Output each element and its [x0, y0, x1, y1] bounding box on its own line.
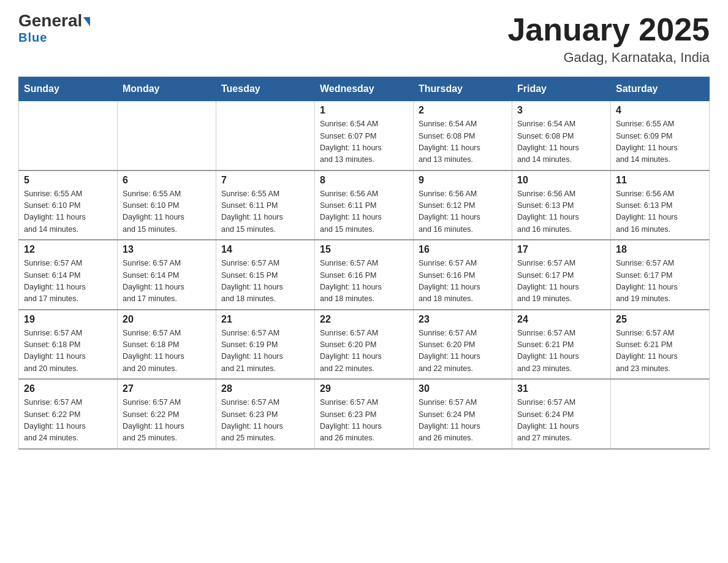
calendar-cell: 22Sunrise: 6:57 AMSunset: 6:20 PMDayligh…: [315, 310, 414, 380]
location: Gadag, Karnataka, India: [507, 50, 710, 66]
day-number: 30: [419, 383, 507, 394]
day-info: Sunrise: 6:57 AMSunset: 6:22 PMDaylight:…: [123, 397, 211, 445]
calendar-cell: 14Sunrise: 6:57 AMSunset: 6:15 PMDayligh…: [216, 240, 315, 310]
day-number: 12: [24, 244, 112, 255]
calendar-header-saturday: Saturday: [611, 77, 710, 101]
calendar-cell: 10Sunrise: 6:56 AMSunset: 6:13 PMDayligh…: [512, 170, 611, 240]
day-info: Sunrise: 6:57 AMSunset: 6:19 PMDaylight:…: [221, 327, 309, 375]
day-info: Sunrise: 6:57 AMSunset: 6:21 PMDaylight:…: [517, 327, 605, 375]
calendar-cell: 15Sunrise: 6:57 AMSunset: 6:16 PMDayligh…: [315, 240, 414, 310]
day-number: 9: [419, 175, 507, 186]
day-info: Sunrise: 6:55 AMSunset: 6:10 PMDaylight:…: [123, 188, 211, 236]
day-number: 29: [320, 383, 408, 394]
day-number: 24: [517, 314, 605, 325]
calendar-table: SundayMondayTuesdayWednesdayThursdayFrid…: [18, 77, 710, 450]
calendar-cell: [19, 101, 118, 170]
day-number: 27: [123, 383, 211, 394]
day-info: Sunrise: 6:57 AMSunset: 6:18 PMDaylight:…: [24, 327, 112, 375]
calendar-cell: 8Sunrise: 6:56 AMSunset: 6:11 PMDaylight…: [315, 170, 414, 240]
calendar-cell: 11Sunrise: 6:56 AMSunset: 6:13 PMDayligh…: [611, 170, 710, 240]
day-number: 5: [24, 175, 112, 186]
day-number: 20: [123, 314, 211, 325]
calendar-header-monday: Monday: [118, 77, 216, 101]
day-info: Sunrise: 6:57 AMSunset: 6:24 PMDaylight:…: [419, 397, 507, 445]
day-info: Sunrise: 6:55 AMSunset: 6:09 PMDaylight:…: [616, 118, 704, 166]
day-info: Sunrise: 6:56 AMSunset: 6:12 PMDaylight:…: [419, 188, 507, 236]
day-number: 31: [517, 383, 605, 394]
day-info: Sunrise: 6:57 AMSunset: 6:23 PMDaylight:…: [320, 397, 408, 445]
day-number: 4: [616, 105, 704, 116]
day-info: Sunrise: 6:57 AMSunset: 6:14 PMDaylight:…: [123, 258, 211, 305]
day-number: 18: [616, 244, 704, 255]
day-number: 8: [320, 175, 408, 186]
calendar-cell: 19Sunrise: 6:57 AMSunset: 6:18 PMDayligh…: [19, 310, 118, 380]
calendar-header-thursday: Thursday: [414, 77, 512, 101]
day-number: 26: [24, 383, 112, 394]
calendar-header-tuesday: Tuesday: [216, 77, 315, 101]
day-number: 16: [419, 244, 507, 255]
day-info: Sunrise: 6:54 AMSunset: 6:08 PMDaylight:…: [419, 118, 507, 166]
day-number: 15: [320, 244, 408, 255]
day-info: Sunrise: 6:57 AMSunset: 6:16 PMDaylight:…: [320, 258, 408, 305]
day-number: 19: [24, 314, 112, 325]
day-number: 11: [616, 175, 704, 186]
calendar-cell: 17Sunrise: 6:57 AMSunset: 6:17 PMDayligh…: [512, 240, 611, 310]
day-number: 10: [517, 175, 605, 186]
day-info: Sunrise: 6:56 AMSunset: 6:13 PMDaylight:…: [517, 188, 605, 236]
day-info: Sunrise: 6:55 AMSunset: 6:10 PMDaylight:…: [24, 188, 112, 236]
day-info: Sunrise: 6:54 AMSunset: 6:08 PMDaylight:…: [517, 118, 605, 166]
calendar-cell: [216, 101, 315, 170]
calendar-cell: 2Sunrise: 6:54 AMSunset: 6:08 PMDaylight…: [414, 101, 512, 170]
day-info: Sunrise: 6:54 AMSunset: 6:07 PMDaylight:…: [320, 118, 408, 166]
day-info: Sunrise: 6:57 AMSunset: 6:21 PMDaylight:…: [616, 327, 704, 375]
calendar-week-4: 19Sunrise: 6:57 AMSunset: 6:18 PMDayligh…: [19, 310, 710, 380]
day-info: Sunrise: 6:57 AMSunset: 6:24 PMDaylight:…: [517, 397, 605, 445]
page-header: General Blue January 2025 Gadag, Karnata…: [18, 12, 710, 66]
calendar-cell: 20Sunrise: 6:57 AMSunset: 6:18 PMDayligh…: [118, 310, 216, 380]
day-info: Sunrise: 6:57 AMSunset: 6:17 PMDaylight:…: [616, 258, 704, 305]
day-number: 25: [616, 314, 704, 325]
day-info: Sunrise: 6:57 AMSunset: 6:18 PMDaylight:…: [123, 327, 211, 375]
calendar-cell: [118, 101, 216, 170]
calendar-header-sunday: Sunday: [19, 77, 118, 101]
day-info: Sunrise: 6:56 AMSunset: 6:13 PMDaylight:…: [616, 188, 704, 236]
calendar-cell: 24Sunrise: 6:57 AMSunset: 6:21 PMDayligh…: [512, 310, 611, 380]
calendar-week-2: 5Sunrise: 6:55 AMSunset: 6:10 PMDaylight…: [19, 170, 710, 240]
day-info: Sunrise: 6:57 AMSunset: 6:14 PMDaylight:…: [24, 258, 112, 305]
calendar-week-3: 12Sunrise: 6:57 AMSunset: 6:14 PMDayligh…: [19, 240, 710, 310]
calendar-week-1: 1Sunrise: 6:54 AMSunset: 6:07 PMDaylight…: [19, 101, 710, 170]
day-number: 28: [221, 383, 309, 394]
calendar-cell: 16Sunrise: 6:57 AMSunset: 6:16 PMDayligh…: [414, 240, 512, 310]
logo-underline: Blue: [18, 31, 47, 45]
calendar-header-friday: Friday: [512, 77, 611, 101]
calendar-cell: 5Sunrise: 6:55 AMSunset: 6:10 PMDaylight…: [19, 170, 118, 240]
day-info: Sunrise: 6:55 AMSunset: 6:11 PMDaylight:…: [221, 188, 309, 236]
day-number: 7: [221, 175, 309, 186]
calendar-cell: 12Sunrise: 6:57 AMSunset: 6:14 PMDayligh…: [19, 240, 118, 310]
logo-text: General: [18, 12, 90, 29]
calendar-cell: 7Sunrise: 6:55 AMSunset: 6:11 PMDaylight…: [216, 170, 315, 240]
day-number: 17: [517, 244, 605, 255]
title-block: January 2025 Gadag, Karnataka, India: [507, 12, 710, 66]
logo: General Blue: [18, 12, 90, 45]
calendar-cell: 28Sunrise: 6:57 AMSunset: 6:23 PMDayligh…: [216, 379, 315, 449]
day-number: 3: [517, 105, 605, 116]
day-number: 6: [123, 175, 211, 186]
calendar-week-5: 26Sunrise: 6:57 AMSunset: 6:22 PMDayligh…: [19, 379, 710, 449]
calendar-cell: 30Sunrise: 6:57 AMSunset: 6:24 PMDayligh…: [414, 379, 512, 449]
day-info: Sunrise: 6:57 AMSunset: 6:17 PMDaylight:…: [517, 258, 605, 305]
day-info: Sunrise: 6:57 AMSunset: 6:23 PMDaylight:…: [221, 397, 309, 445]
calendar-cell: 27Sunrise: 6:57 AMSunset: 6:22 PMDayligh…: [118, 379, 216, 449]
calendar-cell: [611, 379, 710, 449]
day-info: Sunrise: 6:57 AMSunset: 6:15 PMDaylight:…: [221, 258, 309, 305]
calendar-cell: 18Sunrise: 6:57 AMSunset: 6:17 PMDayligh…: [611, 240, 710, 310]
day-info: Sunrise: 6:57 AMSunset: 6:20 PMDaylight:…: [419, 327, 507, 375]
calendar-cell: 6Sunrise: 6:55 AMSunset: 6:10 PMDaylight…: [118, 170, 216, 240]
day-info: Sunrise: 6:57 AMSunset: 6:16 PMDaylight:…: [419, 258, 507, 305]
day-number: 14: [221, 244, 309, 255]
calendar-cell: 4Sunrise: 6:55 AMSunset: 6:09 PMDaylight…: [611, 101, 710, 170]
calendar-cell: 26Sunrise: 6:57 AMSunset: 6:22 PMDayligh…: [19, 379, 118, 449]
calendar-cell: 13Sunrise: 6:57 AMSunset: 6:14 PMDayligh…: [118, 240, 216, 310]
month-title: January 2025: [507, 12, 710, 47]
calendar-cell: 31Sunrise: 6:57 AMSunset: 6:24 PMDayligh…: [512, 379, 611, 449]
